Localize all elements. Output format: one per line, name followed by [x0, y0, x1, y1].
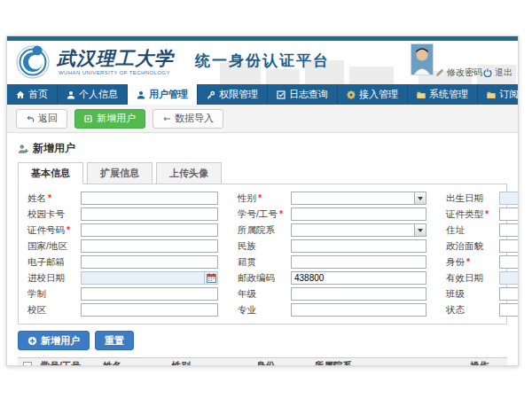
university-name-cn: 武汉理工大学 [57, 46, 174, 71]
required-asterisk: * [66, 224, 70, 235]
app-window: 武汉理工大学 WUHAN UNIVERSITY OF TECHNOLOGY 统一… [6, 35, 519, 366]
tab-upload-avatar[interactable]: 上传头像 [156, 162, 222, 184]
header: 武汉理工大学 WUHAN UNIVERSITY OF TECHNOLOGY 统一… [7, 41, 518, 84]
form-field-department: 所属院系 [238, 223, 426, 237]
entry-date-date-input[interactable] [81, 271, 204, 285]
name-input-wrap [81, 192, 218, 205]
action-row: 新增用户 重置 [18, 331, 507, 350]
change-password-link[interactable]: 修改密码 [435, 66, 482, 79]
chevron-down-icon[interactable] [414, 223, 426, 237]
log-icon [277, 90, 286, 99]
select-all-cell [18, 362, 37, 366]
identity-input-wrap [499, 255, 519, 269]
grade-input[interactable] [291, 287, 426, 301]
field-label: 校园卡号 [27, 208, 81, 221]
folder-icon [417, 90, 426, 99]
country-input[interactable] [81, 239, 218, 253]
class-input[interactable] [499, 287, 519, 301]
field-label: 性别* [238, 192, 291, 205]
address-input[interactable] [499, 223, 519, 237]
email-input-wrap [81, 255, 218, 269]
department-select[interactable] [291, 223, 414, 237]
entry-date-input-wrap [81, 271, 218, 285]
gender-select[interactable] [291, 192, 414, 205]
id-number-input-wrap [81, 223, 218, 237]
required-asterisk: * [48, 192, 51, 203]
native-place-input[interactable] [291, 255, 426, 269]
nav-item-label: 订阅管理 [499, 88, 519, 101]
table-column-department: 所属院系 [311, 360, 466, 366]
reset-button[interactable]: 重置 [95, 331, 134, 350]
field-label: 姓名* [27, 192, 81, 205]
add-user-toolbar-button[interactable]: 新增用户 [74, 109, 145, 129]
form-field-address: 住址 [446, 223, 519, 237]
nav-item-label: 个人信息 [79, 88, 118, 101]
tab-basic-info[interactable]: 基本信息 [18, 162, 83, 184]
form-field-email: 电子邮箱 [27, 255, 218, 269]
gender-input-wrap [291, 192, 426, 205]
page: 武汉理工大学 WUHAN UNIVERSITY OF TECHNOLOGY 统一… [0, 0, 532, 399]
university-logo-icon [16, 45, 50, 79]
logout-link[interactable]: 退出 [483, 66, 512, 79]
tab-extended-info[interactable]: 扩展信息 [87, 162, 153, 184]
identity-input[interactable] [499, 255, 519, 269]
calendar-icon[interactable] [204, 271, 218, 285]
birth-date-date-input[interactable] [499, 192, 519, 205]
form-field-status: 状态 [446, 303, 519, 317]
required-asterisk: * [279, 208, 283, 219]
form-field-birth-date: 出生日期 [446, 192, 519, 205]
major-input[interactable] [291, 303, 426, 317]
postal-code-input[interactable] [291, 271, 426, 285]
status-input-wrap [499, 303, 519, 317]
status-input[interactable] [499, 303, 519, 317]
nav-item-home[interactable]: 首页 [7, 84, 58, 105]
table-column-student-id: 学号/工号 [37, 360, 99, 366]
field-label: 有效日期 [446, 272, 499, 285]
education-length-input[interactable] [81, 287, 218, 301]
campus-input[interactable] [81, 303, 218, 317]
nav-item-profile[interactable]: 个人信息 [58, 84, 128, 105]
logout-label: 退出 [495, 66, 512, 79]
user-icon [137, 90, 145, 99]
nav-item-logs[interactable]: 日志查询 [268, 84, 338, 105]
field-label: 校区 [27, 304, 81, 317]
submit-add-user-button[interactable]: 新增用户 [18, 331, 90, 350]
name-input[interactable] [81, 192, 218, 205]
student-id-input[interactable] [291, 207, 426, 221]
campus-card-input-wrap [81, 207, 218, 221]
email-input[interactable] [81, 255, 218, 269]
table-header: 学号/工号姓名性别身份所属院系操作 [18, 357, 507, 366]
nav-item-users[interactable]: 用户管理 [128, 84, 198, 105]
id-number-input[interactable] [81, 223, 218, 237]
field-label: 状态 [446, 304, 499, 317]
valid-date-date-input[interactable] [499, 271, 519, 285]
ethnicity-input[interactable] [291, 239, 426, 253]
political-status-input[interactable] [499, 239, 519, 253]
chevron-down-icon[interactable] [414, 192, 426, 205]
select-all-checkbox[interactable] [23, 362, 32, 366]
nav-item-subscription[interactable]: 订阅管理 [478, 84, 519, 105]
field-label: 民族 [238, 240, 291, 253]
form-field-grade: 年级 [238, 287, 426, 301]
form-field-identity: 身份* [446, 255, 519, 269]
department-input-wrap [291, 223, 426, 237]
user-avatar[interactable] [411, 43, 434, 75]
form-field-campus-card: 校园卡号 [27, 207, 218, 221]
nav-item-system[interactable]: 系统管理 [408, 84, 478, 105]
data-import-button[interactable]: 数据导入 [153, 109, 223, 129]
skyline-decoration [349, 66, 394, 84]
field-label: 籍贯 [238, 256, 291, 269]
campus-card-input[interactable] [81, 207, 218, 221]
field-label: 证件类型* [446, 208, 499, 221]
add-user-icon [84, 114, 93, 123]
add-user-person-icon [18, 144, 28, 154]
field-label: 证件号码* [27, 224, 81, 237]
nav-item-permissions[interactable]: 权限管理 [198, 84, 268, 105]
class-input-wrap [499, 287, 519, 301]
back-button[interactable]: 返回 [16, 109, 67, 129]
section-title-label: 新增用户 [33, 141, 75, 156]
nav-item-access[interactable]: 接入管理 [338, 84, 408, 105]
student-id-input-wrap [291, 207, 426, 221]
form-field-education-length: 学制 [27, 287, 218, 301]
id-type-input[interactable] [499, 207, 519, 221]
